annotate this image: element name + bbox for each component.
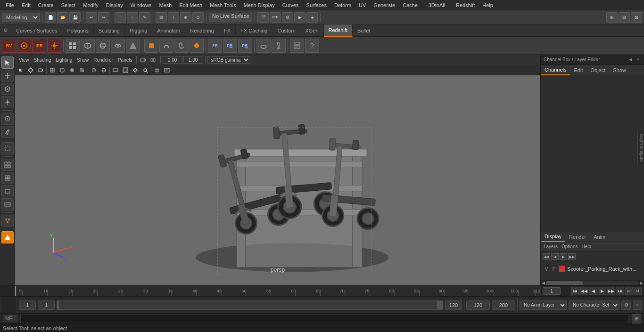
cb-tab-channels[interactable]: Channels: [541, 65, 570, 75]
current-frame-input[interactable]: [543, 287, 561, 295]
playblast-button[interactable]: ▶: [294, 12, 305, 23]
workspace-select[interactable]: Modeling: [2, 13, 40, 22]
tab-sculpting[interactable]: Sculpting: [94, 24, 125, 37]
viewport-menu-panels[interactable]: Panels: [116, 57, 134, 63]
cb-pin-icon[interactable]: ◀: [627, 57, 634, 63]
play-loop[interactable]: ↩: [625, 287, 633, 295]
tab-fx-caching[interactable]: FX Caching: [236, 24, 272, 37]
quick-layout-tool[interactable]: [1, 198, 14, 211]
layer-arrow-last[interactable]: ▶▶: [568, 253, 576, 260]
layer-name[interactable]: Scooter_Parking_Rack_with...: [567, 266, 641, 272]
vp-icon-wire[interactable]: [48, 66, 57, 74]
undo-button[interactable]: ↩: [86, 12, 97, 23]
menu-deform[interactable]: Deform: [330, 1, 355, 9]
menu-display[interactable]: Display: [102, 1, 127, 9]
shelf-icon-cube[interactable]: [81, 39, 95, 53]
menu-file[interactable]: File: [2, 1, 18, 9]
shelf-icon-box-create[interactable]: [144, 39, 158, 53]
redo-button[interactable]: ↪: [98, 12, 109, 23]
command-line-input[interactable]: [20, 315, 629, 323]
select-mode-button[interactable]: ⬚: [115, 12, 126, 23]
shelf-icon-rv[interactable]: RV: [2, 39, 16, 53]
dt-tab-anim[interactable]: Anim: [590, 232, 609, 242]
new-file-button[interactable]: 📄: [45, 12, 56, 23]
tab-rendering[interactable]: Rendering: [185, 24, 219, 37]
play-prev-frame[interactable]: ◀: [589, 287, 597, 295]
cb-close-icon[interactable]: ✕: [635, 57, 641, 63]
vp-icon-textured[interactable]: [77, 66, 87, 74]
script-type-label[interactable]: MEL: [3, 315, 17, 322]
translate-x-input[interactable]: [163, 56, 182, 64]
camera-type-icon[interactable]: [149, 56, 158, 64]
dt-tab-render[interactable]: Render: [565, 232, 590, 242]
viewport-menu-lighting[interactable]: Lighting: [54, 57, 74, 63]
menu-mesh[interactable]: Mesh: [155, 1, 175, 9]
tab-rigging[interactable]: Rigging: [125, 24, 152, 37]
snap-point-button[interactable]: ⊕: [180, 12, 191, 23]
menu-redshift[interactable]: Redshift: [452, 1, 479, 9]
menu-uv[interactable]: UV: [355, 1, 370, 9]
scale-tool[interactable]: [1, 96, 14, 108]
tab-curves-surfaces[interactable]: Curves / Surfaces: [11, 24, 62, 37]
marquee-tool[interactable]: [1, 142, 14, 154]
shelf-icon-spiral[interactable]: [174, 39, 189, 53]
open-file-button[interactable]: 📂: [57, 12, 68, 23]
play-oscillate[interactable]: ↺: [634, 287, 642, 295]
shelf-icon-glass[interactable]: [272, 39, 286, 53]
snap-grid-button[interactable]: ⊞: [156, 12, 167, 23]
layer-arrow-first[interactable]: ◀◀: [543, 253, 550, 260]
maya-logo[interactable]: [1, 231, 14, 243]
cb-tab-show[interactable]: Show: [609, 65, 630, 75]
layout-button[interactable]: ⊟: [619, 12, 630, 23]
shelf-icon-ipr[interactable]: IPR: [32, 39, 46, 53]
shelf-icon-grid[interactable]: [66, 39, 80, 53]
scroll-track[interactable]: [546, 281, 639, 285]
timeline-range-slider[interactable]: [57, 300, 443, 310]
layer-pickability[interactable]: P: [551, 267, 557, 272]
vp-icon-frame-all[interactable]: [131, 66, 140, 74]
camera-icon[interactable]: [139, 56, 148, 64]
tab-redshift[interactable]: Redshift: [324, 24, 353, 37]
layer-arrow-next[interactable]: ▶: [560, 253, 567, 260]
menu-windows[interactable]: Windows: [127, 1, 156, 9]
layer-visibility[interactable]: V: [544, 267, 549, 272]
layout-grid-tool[interactable]: [1, 159, 14, 171]
layers-menu-help[interactable]: Help: [581, 244, 591, 249]
layers-menu-options[interactable]: Options: [561, 244, 578, 249]
menu-mesh-tools[interactable]: Mesh Tools: [206, 1, 239, 9]
shelf-icon-sphere[interactable]: [96, 39, 110, 53]
paint-button[interactable]: ✎: [139, 12, 150, 23]
menu-cache[interactable]: Cache: [399, 1, 421, 9]
vp-icon-xray[interactable]: [89, 66, 99, 74]
scroll-arrow-right[interactable]: ▶: [640, 281, 643, 285]
transform-tool[interactable]: [1, 70, 14, 82]
viewport-menu-renderer[interactable]: Renderer: [91, 57, 115, 63]
dt-tab-display[interactable]: Display: [541, 232, 565, 242]
snap-tool[interactable]: [1, 172, 14, 184]
menu-3dtoall[interactable]: - 3DtoAll -: [421, 1, 452, 9]
tab-xgen[interactable]: XGen: [300, 24, 323, 37]
vp-icon-grid-toggle[interactable]: [152, 66, 162, 74]
colorspace-select[interactable]: sRGB gamma: [207, 56, 250, 64]
vp-icon-frame-sel[interactable]: [140, 66, 150, 74]
fps-max-field[interactable]: [492, 300, 515, 310]
shelf-icon-sun[interactable]: [47, 39, 61, 53]
play-next-frame[interactable]: ▶▶: [607, 287, 615, 295]
vp-icon-camera[interactable]: [36, 66, 45, 74]
menu-generate[interactable]: Generate: [370, 1, 399, 9]
menu-edit[interactable]: Edit: [18, 1, 34, 9]
shelf-icon-reel[interactable]: [17, 39, 31, 53]
vp-icon-resolution-gate[interactable]: [111, 66, 120, 74]
panel-layout-button[interactable]: ⊠: [631, 12, 642, 23]
lasso-button[interactable]: ○: [127, 12, 138, 23]
menu-create[interactable]: Create: [34, 1, 58, 9]
script-editor-button[interactable]: ⊞: [632, 314, 641, 324]
attribute-editor-label[interactable]: Attribute Editor: [639, 134, 644, 162]
viewport-menu-view[interactable]: View: [17, 57, 31, 63]
menu-modify[interactable]: Modify: [79, 1, 102, 9]
shelf-icon-bowl[interactable]: [256, 39, 271, 53]
menu-select[interactable]: Select: [58, 1, 80, 9]
frame-start-field[interactable]: [38, 300, 55, 310]
layers-menu-layers[interactable]: Layers: [544, 244, 558, 249]
tab-gear-icon[interactable]: ⚙: [0, 24, 11, 37]
